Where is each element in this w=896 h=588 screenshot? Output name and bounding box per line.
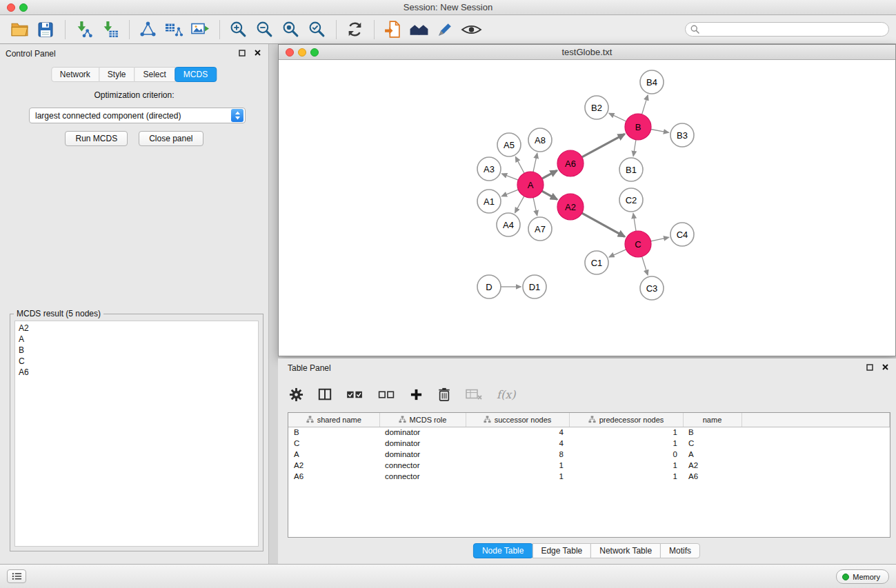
graph-node-C[interactable]: C (625, 231, 651, 257)
tab-edge-table[interactable]: Edge Table (532, 543, 591, 558)
network-canvas[interactable]: B4B2BB3A8A5A6A3B1AC2A1A2A4A7C4CC1DD1C3 (279, 60, 895, 356)
graph-edge-C-C4[interactable] (651, 237, 669, 241)
close-panel-icon[interactable] (254, 49, 261, 57)
table-row[interactable]: Cdominator41C (288, 438, 890, 449)
fullscreen-window-button[interactable] (19, 3, 28, 12)
result-item[interactable]: A2 (15, 323, 258, 334)
function-builder-button[interactable]: f(x) (497, 388, 515, 401)
refresh-button[interactable] (344, 19, 366, 41)
select-all-button[interactable] (346, 389, 364, 401)
graph-edge-C-C3[interactable] (642, 256, 648, 275)
graph-node-A1[interactable]: A1 (477, 190, 501, 213)
graph-node-A5[interactable]: A5 (497, 133, 521, 156)
close-panel-button[interactable]: Close panel (139, 131, 203, 146)
result-item[interactable]: A6 (15, 367, 258, 378)
column-header-successor-nodes[interactable]: successor nodes (466, 413, 569, 427)
graph-node-A8[interactable]: A8 (528, 128, 552, 152)
tab-motifs[interactable]: Motifs (660, 543, 700, 558)
table-row[interactable]: Adominator80A (288, 449, 890, 460)
add-column-button[interactable] (410, 388, 423, 401)
float-table-panel-icon[interactable] (866, 364, 873, 371)
tab-select[interactable]: Select (135, 67, 175, 82)
result-item[interactable]: B (15, 345, 258, 356)
graph-edge-A2-C[interactable] (582, 213, 625, 236)
close-window-button[interactable] (7, 3, 15, 12)
zoom-fit-button[interactable] (279, 19, 301, 41)
graph-edge-A-A2[interactable] (542, 191, 557, 199)
graph-node-A4[interactable]: A4 (497, 213, 520, 236)
float-panel-icon[interactable] (239, 50, 246, 57)
close-table-panel-icon[interactable] (882, 363, 889, 371)
graph-node-B1[interactable]: B1 (619, 158, 643, 181)
graph-edge-A-A6[interactable] (542, 170, 557, 179)
open-document-button[interactable] (381, 19, 404, 41)
open-session-button[interactable] (8, 19, 30, 41)
tab-network-table[interactable]: Network Table (590, 543, 661, 558)
graph-edge-B-B3[interactable] (651, 130, 669, 133)
graph-node-C1[interactable]: C1 (585, 251, 608, 274)
tab-mcds[interactable]: MCDS (175, 67, 217, 82)
network-table-button[interactable] (163, 19, 185, 41)
network-window-titlebar[interactable]: testGlobe.txt (279, 45, 895, 60)
column-header-mcds-role[interactable]: MCDS role (379, 413, 466, 427)
graph-node-B2[interactable]: B2 (585, 96, 608, 119)
show-hide-button[interactable] (460, 19, 482, 41)
home-button[interactable] (408, 19, 430, 41)
graph-edge-C-C1[interactable] (609, 250, 626, 257)
tab-node-table[interactable]: Node Table (473, 543, 533, 558)
result-item[interactable]: A (15, 334, 258, 345)
column-header-name[interactable]: name (683, 413, 741, 427)
delete-table-button[interactable] (466, 389, 482, 401)
style-brush-button[interactable] (434, 19, 456, 41)
graph-node-B3[interactable]: B3 (670, 123, 694, 147)
import-network-button[interactable] (72, 19, 94, 41)
save-session-button[interactable] (34, 19, 57, 41)
graph-node-D[interactable]: D (477, 275, 501, 298)
graph-edge-A6-B[interactable] (582, 134, 625, 156)
graph-edge-C-C2[interactable] (633, 214, 636, 231)
deselect-all-button[interactable] (378, 389, 395, 401)
graph-edge-A-A4[interactable] (515, 196, 524, 213)
table-row[interactable]: A6connector11A6 (288, 471, 890, 482)
zoom-network-window-button[interactable] (310, 48, 319, 57)
graph-edge-B-B2[interactable] (609, 113, 626, 121)
column-header-predecessor-nodes[interactable]: predecessor nodes (569, 413, 683, 427)
graph-node-A2[interactable]: A2 (557, 194, 584, 220)
delete-column-button[interactable] (437, 387, 451, 402)
graph-node-C4[interactable]: C4 (670, 223, 694, 246)
graph-node-B[interactable]: B (625, 114, 651, 140)
table-row[interactable]: Bdominator41B (288, 427, 890, 438)
network-view-button[interactable] (137, 19, 159, 41)
show-columns-button[interactable] (318, 387, 332, 401)
tab-network[interactable]: Network (51, 67, 99, 82)
table-row[interactable]: A2connector11A2 (288, 460, 890, 471)
graph-node-C2[interactable]: C2 (619, 188, 643, 212)
zoom-selected-button[interactable] (306, 19, 328, 41)
graph-node-A3[interactable]: A3 (477, 157, 501, 181)
search-input[interactable] (685, 22, 889, 37)
graph-edge-A-A1[interactable] (502, 190, 519, 196)
memory-button[interactable]: Memory (836, 569, 889, 584)
close-network-window-button[interactable] (286, 48, 294, 57)
import-table-button[interactable] (99, 19, 121, 41)
graph-node-A[interactable]: A (517, 172, 544, 198)
graph-edge-B-B4[interactable] (642, 95, 648, 114)
graph-edge-A-A3[interactable] (502, 174, 519, 180)
table-settings-button[interactable] (289, 387, 303, 402)
graph-node-A6[interactable]: A6 (557, 150, 584, 176)
zoom-in-button[interactable] (227, 19, 249, 41)
graph-edge-A-A5[interactable] (515, 157, 524, 174)
graph-edge-A-A8[interactable] (533, 154, 537, 172)
mcds-result-list[interactable]: A2ABCA6 (14, 321, 259, 547)
graph-node-D1[interactable]: D1 (523, 275, 546, 298)
optimization-criterion-dropdown[interactable]: largest connected component (directed) (29, 108, 246, 123)
task-history-button[interactable] (7, 569, 26, 583)
result-item[interactable]: C (15, 356, 258, 367)
graph-edge-A-A7[interactable] (533, 198, 537, 216)
column-header-shared-name[interactable]: shared name (288, 413, 379, 427)
run-mcds-button[interactable]: Run MCDS (65, 131, 128, 146)
graph-edge-B-B1[interactable] (633, 140, 636, 156)
zoom-out-button[interactable] (253, 19, 275, 41)
tab-style[interactable]: Style (99, 67, 135, 82)
graph-node-C3[interactable]: C3 (640, 276, 664, 300)
